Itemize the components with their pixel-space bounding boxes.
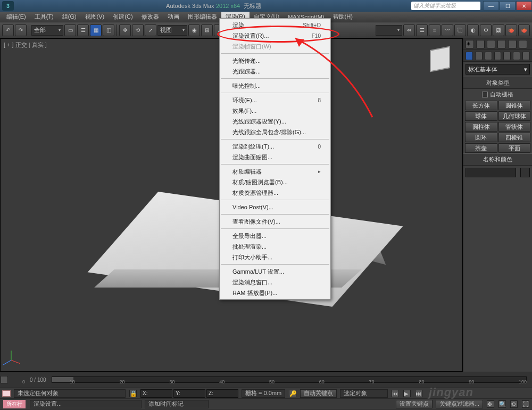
align-button[interactable]: ☰ [416, 24, 428, 36]
primitive-button[interactable]: 几何球体 [498, 111, 531, 121]
minimize-button[interactable]: — [483, 1, 499, 11]
geometry-cat-icon[interactable] [466, 52, 473, 60]
menu-item[interactable]: 光线跟踪全局包含/排除(G)... [220, 127, 330, 137]
nav-orbit-icon[interactable]: ⟲ [510, 400, 518, 408]
menu-item[interactable]: 渲染到纹理(T)...0 [220, 141, 330, 152]
primitive-button[interactable]: 圆环 [465, 133, 497, 142]
systems-cat-icon[interactable] [522, 52, 530, 60]
create-tab-icon[interactable]: ✶ [466, 40, 474, 48]
menu-item[interactable]: 光线跟踪器设置(Y)... [220, 116, 330, 127]
select-region-button[interactable]: ▦ [90, 24, 102, 36]
menu-视图v[interactable]: 视图(V) [81, 12, 109, 22]
z-coord-input[interactable]: Z: [206, 389, 238, 398]
close-button[interactable]: ✕ [516, 1, 532, 11]
menu-创建c[interactable]: 创建(C) [109, 12, 137, 22]
curve-editor-button[interactable]: 〰 [442, 24, 453, 36]
move-button[interactable]: ✥ [119, 24, 131, 36]
menu-item[interactable]: 光跟踪器... [220, 66, 330, 77]
object-type-rollout[interactable]: 对象类型 [463, 77, 532, 89]
play-prev-icon[interactable]: ⏮ [392, 390, 399, 397]
menu-item[interactable]: 环境(E)...8 [220, 95, 330, 105]
menu-动画[interactable]: 动画 [163, 12, 184, 22]
viewcube[interactable] [424, 43, 456, 75]
menu-item[interactable]: 批处理渲染... [220, 241, 330, 252]
key-mode-icon[interactable]: 🔑 [289, 390, 296, 397]
rotate-button[interactable]: ⟲ [132, 24, 144, 36]
nav-zoom-icon[interactable]: 🔍 [498, 400, 506, 408]
select-name-button[interactable]: ☰ [77, 24, 89, 36]
key-target-combo[interactable]: 选定对象 [340, 389, 388, 398]
menu-item[interactable]: 材质/贴图浏览器(B)... [220, 177, 330, 187]
maximize-button[interactable]: ☐ [500, 1, 516, 11]
ref-coord-combo[interactable]: 视图 [157, 25, 187, 36]
helpers-cat-icon[interactable] [503, 52, 511, 60]
primitive-type-combo[interactable]: 标准基本体▾ [466, 64, 530, 75]
viewport-label[interactable]: [ + ] 正交 | 真实 ] [4, 41, 47, 49]
snap-button[interactable]: ⊞ [201, 24, 213, 36]
menu-工具t[interactable]: 工具(T) [30, 12, 58, 22]
select-button[interactable]: ▭ [64, 24, 76, 36]
spacewarps-cat-icon[interactable] [513, 52, 520, 60]
primitive-button[interactable]: 圆锥体 [498, 101, 531, 110]
key-filters-button[interactable]: 关键点过滤器... [436, 400, 483, 408]
nav-max-icon[interactable]: ⛶ [522, 400, 529, 408]
named-sel-combo[interactable] [376, 25, 402, 36]
menu-图形编辑器[interactable]: 图形编辑器 [184, 12, 221, 22]
cameras-cat-icon[interactable] [494, 52, 502, 60]
timeline-config-icon[interactable] [1, 376, 8, 383]
scale-button[interactable]: ⤢ [145, 24, 156, 36]
window-crossing-button[interactable]: ◫ [103, 24, 114, 36]
modify-tab-icon[interactable] [476, 40, 485, 48]
nav-pan-icon[interactable]: ✥ [487, 400, 494, 408]
menu-item[interactable]: 渲染设置(R)...F10 [220, 30, 330, 41]
render-frame-button[interactable]: 🖼 [493, 24, 504, 36]
play-icon[interactable]: ▶ [403, 390, 411, 397]
menu-item[interactable]: 全景导出器... [220, 231, 330, 241]
primitive-button[interactable]: 管状体 [498, 122, 531, 132]
lock-selection-icon[interactable]: 🔒 [129, 390, 137, 397]
add-time-tag[interactable]: 添加时间标记 [145, 400, 209, 408]
menu-item[interactable]: 曝光控制... [220, 80, 330, 91]
primitive-button[interactable]: 平面 [498, 143, 531, 153]
render-setup-button[interactable]: ⚙ [480, 24, 492, 36]
menu-item[interactable]: 材质资源管理器... [220, 187, 330, 198]
menu-item[interactable]: Video Post(V)... [220, 202, 330, 212]
material-editor-button[interactable]: ◐ [467, 24, 479, 36]
shapes-cat-icon[interactable] [475, 52, 483, 60]
utilities-tab-icon[interactable] [519, 40, 527, 48]
menu-编辑e[interactable]: 编辑(E) [2, 12, 30, 22]
hierarchy-tab-icon[interactable] [487, 40, 495, 48]
macro-recorder-tag[interactable]: 所在行 [3, 400, 26, 408]
object-color-swatch[interactable] [520, 168, 530, 177]
menu-item[interactable]: 效果(F)... [220, 105, 330, 116]
menu-item[interactable]: 渲染Shift+Q [220, 20, 330, 30]
menu-修改器[interactable]: 修改器 [137, 12, 163, 22]
menu-item[interactable]: 渲染消息窗口... [220, 277, 330, 288]
script-listener-icon[interactable] [2, 390, 11, 397]
render-button[interactable]: 🫖 [505, 24, 517, 36]
play-next-icon[interactable]: ⏭ [415, 390, 422, 397]
motion-tab-icon[interactable] [497, 40, 506, 48]
menu-item[interactable]: 打印大小助手... [220, 252, 330, 263]
menu-组g[interactable]: 组(G) [58, 12, 81, 22]
menu-item[interactable]: 光能传递... [220, 55, 330, 66]
menu-item[interactable]: 材质编辑器 [220, 166, 330, 177]
name-color-rollout[interactable]: 名称和颜色 [463, 153, 532, 166]
menu-item[interactable]: RAM 播放器(P)... [220, 288, 330, 298]
primitive-button[interactable]: 四棱锥 [498, 133, 531, 142]
selection-filter-combo[interactable]: 全部 [31, 25, 63, 36]
autogrid-checkbox[interactable]: 自动栅格 [463, 89, 532, 100]
display-tab-icon[interactable] [508, 40, 517, 48]
menu-帮助h[interactable]: 帮助(H) [329, 12, 357, 22]
app-logo-icon[interactable]: 3 [2, 1, 14, 11]
y-coord-input[interactable]: Y: [173, 389, 205, 398]
lights-cat-icon[interactable] [485, 52, 492, 60]
menu-item[interactable]: Gamma/LUT 设置... [220, 266, 330, 277]
pivot-button[interactable]: ◉ [188, 24, 200, 36]
primitive-button[interactable]: 圆柱体 [465, 122, 497, 132]
undo-button[interactable]: ↶ [2, 24, 14, 36]
render-prod-button[interactable]: 🫖 [518, 24, 530, 36]
object-name-input[interactable] [466, 168, 516, 177]
menu-item[interactable]: 查看图像文件(V)... [220, 216, 330, 227]
mirror-button[interactable]: ⇔ [403, 24, 415, 36]
